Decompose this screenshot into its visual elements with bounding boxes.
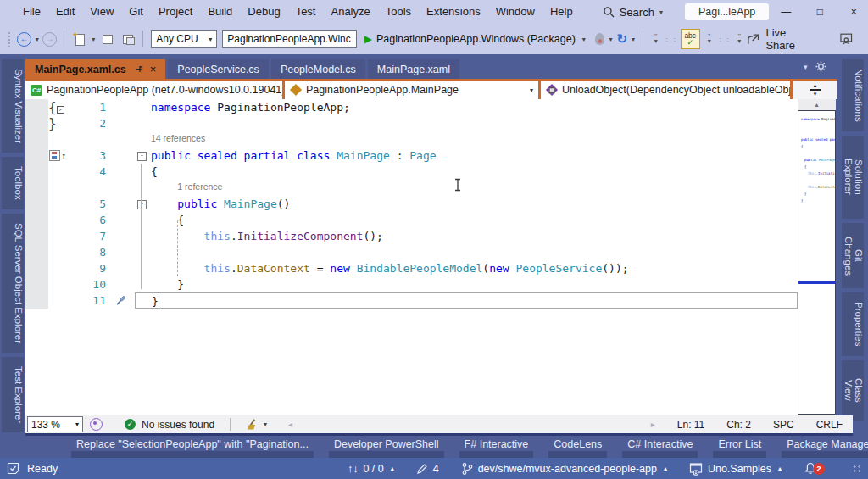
structure-guides-icon[interactable]: ⋮⋮ bbox=[717, 30, 731, 48]
document-tab-mainpage-xaml[interactable]: MainPage.xaml bbox=[368, 59, 459, 79]
breakpoint-margin[interactable] bbox=[25, 260, 48, 276]
tool-tab-properties[interactable]: Properties bbox=[842, 292, 864, 355]
feedback-icon[interactable] bbox=[839, 32, 853, 46]
zoom-level-dropdown[interactable]: 133 % ▾ bbox=[27, 416, 83, 432]
pending-edits-button[interactable]: 4 bbox=[416, 463, 439, 475]
multi-window-button[interactable] bbox=[121, 32, 135, 46]
restart-dropdown-icon[interactable]: ▾ bbox=[632, 36, 635, 43]
breakpoint-margin[interactable] bbox=[25, 164, 48, 180]
page-right-icon[interactable]: ▸ bbox=[651, 420, 655, 429]
pin-icon[interactable] bbox=[134, 64, 143, 75]
close-button[interactable]: × bbox=[837, 0, 868, 24]
suggestion-mode-icon[interactable]: ''▾ bbox=[649, 30, 663, 48]
panel-tab-error-list[interactable]: Error List bbox=[716, 436, 763, 458]
tool-tab-syntax-visualizer[interactable]: Syntax Visualizer bbox=[2, 59, 24, 153]
document-tab-mainpage-xaml-cs[interactable]: MainPage.xaml.cs× bbox=[25, 59, 165, 79]
branch-picker-button[interactable]: dev/shwe/mvux-advanced-people-app ▴ bbox=[461, 462, 667, 476]
scroll-up-icon[interactable]: ▲ bbox=[798, 99, 836, 110]
menu-build[interactable]: Build bbox=[200, 0, 240, 24]
tool-tab-class-view[interactable]: Class View bbox=[842, 360, 864, 421]
tool-tab-notifications[interactable]: Notifications bbox=[842, 59, 864, 131]
repository-picker-button[interactable]: Uno.Samples ▴ bbox=[689, 462, 782, 476]
menu-extensions[interactable]: Extensions bbox=[419, 0, 488, 24]
start-debugging-button[interactable]: ▶ PaginationPeopleApp.Windows (Package) … bbox=[364, 33, 588, 45]
breakpoint-margin[interactable] bbox=[25, 180, 48, 196]
page-left-icon[interactable]: ◂ bbox=[288, 420, 292, 429]
minimize-button[interactable]: — bbox=[769, 0, 803, 24]
quote-mode-icon[interactable]: ''▾ bbox=[732, 30, 746, 48]
menu-file[interactable]: File bbox=[15, 0, 48, 24]
panel-tab-replace-selectionpeopleapp-wit[interactable]: Replace "SelectionPeopleApp" with "Pagin… bbox=[75, 436, 310, 458]
menu-git[interactable]: Git bbox=[121, 0, 151, 24]
quick-actions-screwdriver-icon[interactable] bbox=[106, 292, 135, 309]
gear-icon[interactable] bbox=[815, 61, 826, 72]
collapse-region-icon[interactable]: - bbox=[137, 200, 147, 209]
toolbar-drag-handle[interactable] bbox=[8, 31, 12, 47]
spaces-indicator[interactable]: SPC bbox=[773, 419, 794, 431]
breakpoint-margin[interactable] bbox=[25, 212, 48, 228]
hot-reload-icon[interactable] bbox=[595, 33, 605, 45]
code-minimap[interactable]: namespace PaginationPeopleApp;public sea… bbox=[798, 110, 836, 415]
navigate-back-button[interactable]: ← bbox=[17, 29, 32, 49]
search-control[interactable]: Search ▾ bbox=[603, 6, 663, 19]
breakpoint-margin[interactable] bbox=[25, 196, 48, 212]
breakpoint-margin[interactable] bbox=[25, 276, 48, 292]
breakpoint-margin[interactable] bbox=[25, 228, 48, 244]
tool-tab-solution-explorer[interactable]: Solution Explorer bbox=[842, 136, 864, 219]
split-window-button[interactable]: ▴▾ bbox=[793, 81, 837, 99]
document-health-icon[interactable] bbox=[90, 418, 103, 431]
solution-name-badge[interactable]: Pagi...leApp bbox=[685, 3, 769, 20]
code-cleanup-caret-icon[interactable]: ▾ bbox=[264, 421, 267, 428]
tool-tab-sql-server-object-explorer[interactable]: SQL Server Object Explorer bbox=[2, 214, 24, 353]
panel-tab-c-interactive[interactable]: C# Interactive bbox=[626, 436, 694, 458]
collapse-region-icon[interactable]: - bbox=[137, 152, 147, 161]
completion-mode-icon[interactable]: ''▾ bbox=[703, 30, 716, 48]
document-tab-peopleservice-cs[interactable]: PeopleService.cs bbox=[168, 59, 269, 79]
menu-test[interactable]: Test bbox=[288, 0, 324, 24]
scrollbar-map-column[interactable]: ▲ namespace PaginationPeopleApp;public s… bbox=[798, 99, 836, 415]
breakpoint-margin[interactable] bbox=[25, 292, 48, 309]
maximize-button[interactable]: □ bbox=[803, 0, 837, 24]
panel-tab-f-interactive[interactable]: F# Interactive bbox=[463, 436, 531, 458]
panel-tab-package-manager-console[interactable]: Package Manager Console bbox=[785, 436, 868, 458]
hot-reload-dropdown-icon[interactable]: ▾ bbox=[609, 36, 612, 43]
notifications-button[interactable]: 2 bbox=[804, 461, 819, 476]
menu-tools[interactable]: Tools bbox=[378, 0, 419, 24]
live-share-button[interactable]: Live Share bbox=[747, 26, 817, 52]
menu-analyze[interactable]: Analyze bbox=[323, 0, 377, 24]
member-dropdown[interactable]: UnloadObject(DependencyObject unloadable… bbox=[541, 81, 790, 99]
close-tab-icon[interactable]: × bbox=[150, 63, 157, 75]
tool-tab-toolbox[interactable]: Toolbox bbox=[2, 157, 24, 209]
menu-view[interactable]: View bbox=[82, 0, 121, 24]
spell-checker-toggle[interactable]: abc ✓ bbox=[681, 29, 700, 49]
solution-configuration-dropdown[interactable]: Any CPU ▾ bbox=[151, 30, 217, 48]
breakpoint-margin[interactable] bbox=[25, 99, 48, 115]
document-tab-peoplemodel-cs[interactable]: PeopleModel.cs bbox=[271, 59, 365, 79]
tool-tab-git-changes[interactable]: Git Changes bbox=[842, 223, 864, 289]
breakpoint-margin[interactable] bbox=[25, 131, 48, 148]
type-dropdown[interactable]: PaginationPeopleApp.MainPage ▾ bbox=[285, 81, 538, 99]
menu-edit[interactable]: Edit bbox=[48, 0, 82, 24]
resize-grip[interactable] bbox=[853, 465, 861, 473]
menu-help[interactable]: Help bbox=[542, 0, 581, 24]
sync-commits-button[interactable]: ↑↓ 0 / 0 ▴ bbox=[348, 463, 394, 475]
navigate-forward-button[interactable]: → bbox=[42, 29, 58, 49]
whitespace-toggle-icon[interactable]: ⋮⋮ bbox=[665, 30, 678, 48]
startup-project-dropdown[interactable]: PaginationPeopleApp.Winc ▾ bbox=[222, 30, 356, 48]
panel-tab-codelens[interactable]: CodeLens bbox=[552, 436, 604, 458]
search-dropdown-caret-icon[interactable]: ▾ bbox=[659, 8, 663, 16]
outlining-margin[interactable]: - bbox=[135, 196, 148, 212]
tab-overflow-caret-icon[interactable]: ▾ bbox=[804, 63, 808, 71]
outlining-margin[interactable]: - bbox=[135, 148, 148, 164]
new-file-button[interactable]: ✦ bbox=[73, 32, 86, 46]
code-editor[interactable]: {↗}1namespace PaginationPeopleApp;214 re… bbox=[25, 99, 798, 415]
new-file-dropdown-icon[interactable]: ▾ bbox=[92, 36, 95, 43]
code-cleanup-icon[interactable] bbox=[246, 419, 258, 431]
menu-project[interactable]: Project bbox=[151, 0, 200, 24]
project-dropdown[interactable]: C# PaginationPeopleApp (net7.0-windows10… bbox=[25, 81, 282, 99]
breakpoint-margin[interactable] bbox=[25, 148, 48, 164]
line-ending-indicator[interactable]: CRLF bbox=[816, 419, 843, 431]
tool-tab-test-explorer[interactable]: Test Explorer bbox=[2, 357, 24, 432]
panel-tab-developer-powershell[interactable]: Developer PowerShell bbox=[332, 436, 441, 458]
add-item-button[interactable] bbox=[101, 32, 114, 46]
